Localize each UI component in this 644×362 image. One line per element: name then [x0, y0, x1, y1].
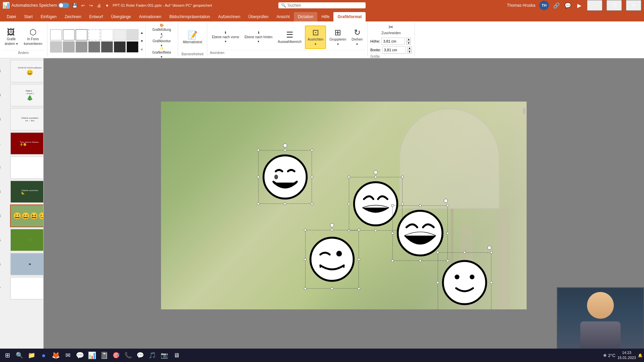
breite-down[interactable]: ▼ [407, 50, 412, 54]
shape-style-10[interactable] [75, 41, 88, 53]
handle-bm-4[interactable] [331, 287, 333, 290]
undo-icon[interactable]: ↩ [79, 2, 87, 9]
expand-styles-down[interactable]: ▼ [139, 37, 145, 45]
handle-ml-1[interactable] [257, 176, 260, 178]
zuschneiden-button[interactable]: ✂ Zuschneiden [379, 23, 402, 36]
emoji-2[interactable] [352, 180, 399, 227]
handle-tl-5[interactable] [436, 251, 439, 254]
minimize-button[interactable]: − [587, 0, 602, 11]
handle-tl-3[interactable] [391, 204, 394, 207]
ausrichten-button[interactable]: ⊡ Ausrichten ▾ [305, 25, 326, 49]
taskbar-app6[interactable]: 🖥 [170, 349, 182, 361]
scroll-bar[interactable] [523, 104, 525, 309]
tab-ansicht[interactable]: Ansicht [272, 12, 293, 21]
emoji-1[interactable] [262, 154, 309, 200]
slide-canvas[interactable] [161, 102, 527, 309]
drehen-button[interactable]: ↻ Drehen ▾ [350, 25, 365, 49]
slide-thumb-19[interactable]: Folie 1 • Punkt 1 🎄 [10, 84, 44, 107]
taskbar-app3[interactable]: 💬 [134, 349, 146, 361]
handle-mr-3[interactable] [446, 232, 449, 235]
tab-datei[interactable]: Datei [3, 12, 20, 21]
notifications[interactable]: 🔔 [638, 353, 643, 358]
taskbar-chrome[interactable]: ● [38, 349, 50, 361]
handle-tr-2[interactable] [401, 176, 404, 178]
rotate-handle-5[interactable] [487, 246, 491, 250]
tab-animationen[interactable]: Animationen [135, 12, 165, 21]
handle-ml-2[interactable] [347, 202, 350, 205]
handle-tr-5[interactable] [490, 251, 493, 254]
present-icon[interactable]: ▶ [576, 2, 583, 9]
handle-tr-4[interactable] [358, 229, 360, 231]
hohe-down[interactable]: ▼ [406, 41, 411, 45]
shape-style-6[interactable] [114, 29, 126, 41]
taskbar-app1[interactable]: 🎯 [110, 349, 122, 361]
emoji-4[interactable] [309, 233, 356, 285]
shape-style-8[interactable] [50, 41, 62, 53]
tab-entwurf[interactable]: Entwurf [85, 12, 107, 21]
comment-icon[interactable]: 💬 [564, 2, 572, 9]
auswahlbereich-button[interactable]: ☰ Auswahlbereich [276, 25, 304, 49]
shape-style-3[interactable] [75, 29, 88, 41]
tab-dictation[interactable]: Dictation [294, 12, 318, 21]
handle-tm-3[interactable] [419, 204, 422, 207]
emoji-5[interactable] [441, 256, 488, 309]
breite-spinner[interactable]: ▲ ▼ [407, 46, 412, 54]
handle-tm-2[interactable] [374, 176, 377, 178]
handle-tl-1[interactable] [257, 149, 260, 152]
tab-uberprufen[interactable]: Überprüfen [244, 12, 272, 21]
handle-mr-5[interactable] [490, 281, 493, 284]
handle-br-4[interactable] [358, 287, 360, 290]
start-button[interactable]: ⊞ [1, 349, 13, 361]
shape-style-2[interactable] [63, 29, 75, 41]
tab-einfugen[interactable]: Einfügen [37, 12, 60, 21]
handle-tl-4[interactable] [304, 229, 307, 231]
search-box[interactable]: 🔍 [278, 2, 366, 8]
handle-tr-3[interactable] [446, 204, 449, 207]
taskbar-app2[interactable]: 📞 [122, 349, 134, 361]
restore-button[interactable]: ❐ [606, 0, 622, 11]
autosave-toggle[interactable]: Automatisches Speichern [11, 3, 69, 8]
canvas-area[interactable] [44, 58, 644, 353]
hohe-input[interactable] [381, 38, 405, 45]
save-icon[interactable]: 💾 [71, 2, 78, 9]
system-tray[interactable]: ❄ 2°C [603, 353, 615, 358]
user-avatar[interactable]: TH [539, 1, 549, 10]
rotate-handle-4[interactable] [330, 223, 334, 227]
slide-panel[interactable]: 18 Schritt für Schritt aufbauen 😄 19 Fol… [0, 58, 44, 353]
shape-style-14[interactable] [126, 41, 139, 53]
tab-bildschirm[interactable]: Bildschirmpräsentation [165, 12, 214, 21]
close-button[interactable]: ✕ [626, 0, 641, 11]
handle-tr-1[interactable] [311, 149, 313, 152]
autosave-switch[interactable] [58, 3, 69, 8]
search-button[interactable]: 🔍 [13, 349, 25, 361]
handle-bm-1[interactable] [284, 202, 286, 205]
emoji-3[interactable] [396, 209, 444, 257]
handle-bm-3[interactable] [419, 259, 422, 262]
slide-thumb-26[interactable]: 🌧 [10, 253, 44, 276]
handle-ml-3[interactable] [391, 232, 394, 235]
handle-mr-2[interactable] [401, 202, 404, 205]
ebene-hinten-button[interactable]: ⬇ Ebene nach hinten ▾ [243, 32, 274, 43]
handle-tm-1[interactable] [284, 149, 286, 152]
in-form-button[interactable]: ⬡ In Form konvertieren [22, 25, 44, 49]
shape-style-12[interactable] [101, 41, 113, 53]
shape-style-7[interactable] [126, 29, 139, 41]
shape-style-13[interactable] [114, 41, 126, 53]
rotate-handle-2[interactable] [374, 170, 378, 174]
taskbar-mail[interactable]: ✉ [62, 349, 74, 361]
handle-mr-1[interactable] [311, 176, 313, 178]
taskbar-app4[interactable]: 🎵 [146, 349, 158, 361]
tab-aufzeichnen[interactable]: Aufzeichnen [214, 12, 244, 21]
shape-style-5[interactable] [101, 29, 113, 41]
handle-ml-4[interactable] [304, 258, 307, 261]
taskbar-teams[interactable]: 💬 [74, 349, 86, 361]
alternativtext-button[interactable]: 📝 Alternativtext [181, 26, 204, 49]
tab-zeichnen[interactable]: Zeichnen [61, 12, 85, 21]
taskbar-app5[interactable]: 📷 [158, 349, 170, 361]
hohe-up[interactable]: ▲ [406, 38, 411, 41]
shape-style-11[interactable] [88, 41, 100, 53]
redo-icon[interactable]: ↪ [87, 2, 95, 9]
handle-tl-2[interactable] [347, 176, 350, 178]
shape-style-1[interactable] [50, 29, 62, 41]
handle-bl-4[interactable] [304, 287, 307, 290]
